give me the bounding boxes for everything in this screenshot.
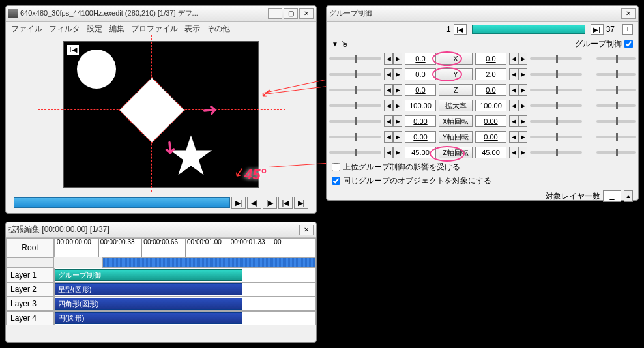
value-right[interactable]: 2.0 bbox=[475, 68, 506, 80]
value-right[interactable]: 100.00 bbox=[475, 100, 506, 111]
audio-waveform[interactable] bbox=[102, 257, 316, 268]
root-button[interactable]: Root bbox=[6, 238, 54, 257]
inc-button[interactable]: ▶ bbox=[393, 115, 402, 127]
collapse-icon[interactable]: ▼ bbox=[332, 40, 338, 48]
preview-canvas[interactable]: I◀ bbox=[63, 41, 259, 188]
menu-profile[interactable]: プロファイル bbox=[131, 23, 178, 35]
maximize-button[interactable]: ▢ bbox=[284, 8, 298, 19]
value-left[interactable]: 0.0 bbox=[405, 84, 436, 96]
dec-button[interactable]: ◀ bbox=[384, 84, 393, 96]
inc-button[interactable]: ▶ bbox=[518, 100, 527, 111]
param-label-button[interactable]: Y bbox=[439, 68, 473, 80]
minimize-button[interactable]: — bbox=[268, 8, 282, 19]
inherit-checkbox[interactable] bbox=[332, 163, 340, 171]
inc-button[interactable]: ▶ bbox=[518, 115, 527, 127]
dec-button[interactable]: ◀ bbox=[509, 68, 518, 80]
dec-button[interactable]: ◀ bbox=[509, 100, 518, 111]
go-start-button[interactable]: |◀ bbox=[278, 197, 293, 209]
inc-button[interactable]: ▶ bbox=[518, 131, 527, 143]
slider-right[interactable] bbox=[530, 89, 582, 91]
param-label-button[interactable]: Z bbox=[439, 84, 473, 96]
dec-button[interactable]: ◀ bbox=[509, 115, 518, 127]
value-right[interactable]: 45.00 bbox=[475, 147, 506, 158]
dec-button[interactable]: ◀ bbox=[384, 53, 393, 65]
frame-last-button[interactable]: ▶| bbox=[591, 24, 604, 35]
inc-button[interactable]: ▶ bbox=[393, 84, 402, 96]
keyframe-indicator[interactable]: I◀ bbox=[66, 44, 80, 56]
slider-right[interactable] bbox=[530, 57, 582, 60]
value-left[interactable]: 0.00 bbox=[405, 131, 436, 143]
param-label-button[interactable]: Y軸回転 bbox=[439, 131, 473, 143]
play-button[interactable]: ▶| bbox=[231, 197, 246, 209]
dec-button[interactable]: ◀ bbox=[384, 147, 393, 158]
frame-timeline[interactable] bbox=[472, 25, 585, 34]
step-fwd-button[interactable]: |▶ bbox=[263, 197, 277, 209]
slider-left[interactable] bbox=[329, 57, 381, 60]
value-right[interactable]: 0.0 bbox=[475, 84, 506, 96]
dec-button[interactable]: ◀ bbox=[509, 131, 518, 143]
inc-button[interactable]: ▶ bbox=[393, 131, 402, 143]
close-button[interactable]: ✕ bbox=[299, 8, 314, 19]
dec-button[interactable]: ◀ bbox=[384, 100, 393, 111]
slider-left[interactable] bbox=[329, 73, 381, 76]
slider-right[interactable] bbox=[530, 120, 582, 123]
slider-extra[interactable] bbox=[596, 136, 636, 138]
close-button[interactable]: ✕ bbox=[299, 225, 314, 235]
slider-left[interactable] bbox=[329, 151, 381, 154]
layer-label[interactable]: Layer 3 bbox=[6, 297, 54, 311]
inc-button[interactable]: ▶ bbox=[393, 147, 402, 158]
inc-button[interactable]: ▶ bbox=[393, 68, 402, 80]
value-right[interactable]: 0.00 bbox=[475, 131, 506, 143]
timeline-clip[interactable]: 円(図形) bbox=[55, 312, 242, 324]
layer-track[interactable]: 星型(図形) bbox=[54, 282, 316, 297]
slider-extra[interactable] bbox=[596, 89, 636, 91]
slider-right[interactable] bbox=[530, 104, 582, 107]
layer-label[interactable]: Layer 2 bbox=[6, 282, 54, 297]
shape-circle[interactable] bbox=[77, 50, 116, 89]
menu-edit[interactable]: 編集 bbox=[109, 23, 124, 35]
timeline-clip[interactable]: 星型(図形) bbox=[55, 283, 242, 295]
time-ruler[interactable]: 00:00:00.0000:00:00.3300:00:00.6600:00:0… bbox=[54, 238, 316, 257]
layer-track[interactable]: 四角形(図形) bbox=[54, 297, 316, 311]
slider-extra[interactable] bbox=[596, 120, 636, 123]
menu-file[interactable]: ファイル bbox=[11, 23, 42, 35]
inc-button[interactable]: ▶ bbox=[393, 100, 402, 111]
samegroup-checkbox[interactable] bbox=[332, 177, 340, 185]
layer-label[interactable]: Layer 4 bbox=[6, 311, 54, 325]
inc-button[interactable]: ▶ bbox=[518, 53, 527, 65]
preview-titlebar[interactable]: 640x480_30fps_44100Hz.exedit (280,210) [… bbox=[6, 6, 316, 22]
seek-bar[interactable] bbox=[14, 197, 230, 208]
menu-other[interactable]: その他 bbox=[207, 23, 230, 35]
dec-button[interactable]: ◀ bbox=[384, 131, 393, 143]
layer-track[interactable]: グループ制御 bbox=[54, 268, 316, 282]
slider-extra[interactable] bbox=[596, 104, 636, 107]
inc-button[interactable]: ▶ bbox=[393, 53, 402, 65]
timeline-clip[interactable]: グループ制御 bbox=[55, 269, 242, 281]
dec-button[interactable]: ◀ bbox=[509, 53, 518, 65]
add-keyframe-button[interactable]: + bbox=[622, 24, 633, 35]
inc-button[interactable]: ▶ bbox=[518, 68, 527, 80]
slider-left[interactable] bbox=[329, 120, 381, 123]
value-left[interactable]: 0.00 bbox=[405, 115, 436, 127]
value-left[interactable]: 0.0 bbox=[405, 68, 436, 80]
target-layers-up[interactable]: ▲ bbox=[624, 190, 633, 202]
slider-right[interactable] bbox=[530, 73, 582, 76]
slider-extra[interactable] bbox=[596, 57, 636, 60]
slider-extra[interactable] bbox=[596, 73, 636, 76]
inc-button[interactable]: ▶ bbox=[518, 84, 527, 96]
slider-right[interactable] bbox=[530, 136, 582, 138]
param-label-button[interactable]: Z軸回転 bbox=[439, 147, 473, 158]
param-label-button[interactable]: 拡大率 bbox=[439, 100, 473, 111]
timeline-clip[interactable]: 四角形(図形) bbox=[55, 298, 242, 310]
menu-filter[interactable]: フィルタ bbox=[49, 23, 80, 35]
value-left[interactable]: 100.00 bbox=[405, 100, 436, 111]
menu-settings[interactable]: 設定 bbox=[87, 23, 102, 35]
param-label-button[interactable]: X軸回転 bbox=[439, 115, 473, 127]
timeline-titlebar[interactable]: 拡張編集 [00:00:00.00] [1/37] ✕ bbox=[6, 222, 316, 238]
layer-label[interactable]: Layer 1 bbox=[6, 268, 54, 282]
frame-first-button[interactable]: |◀ bbox=[454, 24, 467, 35]
group-enable-checkbox[interactable] bbox=[624, 40, 633, 48]
slider-extra[interactable] bbox=[596, 151, 636, 154]
menu-view[interactable]: 表示 bbox=[184, 23, 200, 35]
slider-left[interactable] bbox=[329, 136, 381, 138]
